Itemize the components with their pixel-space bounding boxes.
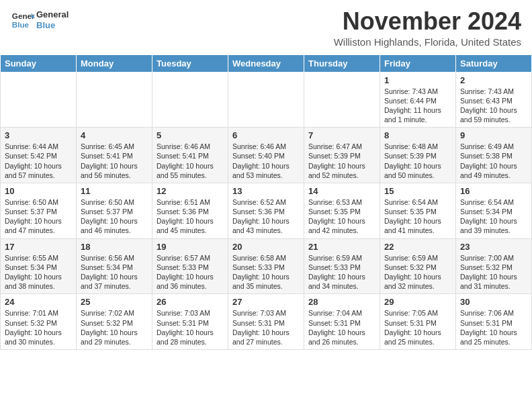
day-detail: Sunrise: 6:51 AM — [157, 197, 224, 207]
day-detail: Sunset: 5:39 PM — [308, 151, 375, 161]
day-number: 14 — [308, 186, 375, 196]
calendar-cell: 2Sunrise: 7:43 AMSunset: 6:43 PMDaylight… — [456, 72, 532, 128]
weekday-header-wednesday: Wednesday — [228, 54, 304, 72]
calendar-cell: 25Sunrise: 7:02 AMSunset: 5:32 PMDayligh… — [77, 294, 152, 350]
day-detail: Sunset: 5:32 PM — [5, 318, 72, 328]
calendar-table: SundayMondayTuesdayWednesdayThursdayFrid… — [0, 54, 532, 350]
calendar-cell: 11Sunrise: 6:50 AMSunset: 5:37 PMDayligh… — [77, 183, 152, 238]
day-detail: Daylight: 10 hours and 25 minutes. — [460, 328, 527, 347]
calendar-cell: 24Sunrise: 7:01 AMSunset: 5:32 PMDayligh… — [1, 294, 77, 350]
day-detail: Daylight: 10 hours and 57 minutes. — [5, 161, 72, 180]
day-number: 20 — [232, 242, 300, 252]
day-detail: Sunset: 5:33 PM — [232, 263, 300, 272]
calendar-cell: 19Sunrise: 6:57 AMSunset: 5:33 PMDayligh… — [152, 238, 228, 294]
day-detail: Sunrise: 7:02 AM — [81, 308, 148, 318]
logo-general: General — [36, 9, 69, 20]
calendar-cell: 14Sunrise: 6:53 AMSunset: 5:35 PMDayligh… — [304, 183, 380, 238]
day-detail: Daylight: 10 hours and 42 minutes. — [308, 216, 375, 235]
day-number: 8 — [384, 130, 451, 140]
day-detail: Daylight: 10 hours and 31 minutes. — [460, 272, 527, 291]
day-number: 23 — [460, 242, 527, 252]
day-detail: Sunrise: 6:56 AM — [81, 253, 148, 263]
day-detail: Sunrise: 7:06 AM — [460, 308, 527, 318]
day-number: 12 — [157, 186, 224, 196]
day-detail: Sunset: 5:31 PM — [308, 318, 375, 328]
day-detail: Daylight: 10 hours and 25 minutes. — [384, 328, 451, 347]
calendar-cell: 15Sunrise: 6:54 AMSunset: 5:35 PMDayligh… — [380, 183, 456, 238]
day-detail: Sunrise: 6:48 AM — [384, 142, 451, 151]
day-detail: Daylight: 10 hours and 47 minutes. — [5, 216, 72, 235]
day-number: 13 — [232, 186, 300, 196]
calendar-cell: 18Sunrise: 6:56 AMSunset: 5:34 PMDayligh… — [77, 238, 152, 294]
day-number: 19 — [157, 242, 224, 252]
day-detail: Daylight: 10 hours and 46 minutes. — [81, 216, 148, 235]
calendar-cell — [228, 72, 304, 128]
calendar-cell: 5Sunrise: 6:46 AMSunset: 5:41 PMDaylight… — [152, 128, 228, 183]
calendar-cell: 8Sunrise: 6:48 AMSunset: 5:39 PMDaylight… — [380, 128, 456, 183]
day-detail: Sunset: 5:32 PM — [460, 263, 527, 272]
location-title: Williston Highlands, Florida, United Sta… — [334, 36, 521, 48]
logo-blue: Blue — [36, 20, 69, 31]
day-detail: Daylight: 10 hours and 56 minutes. — [81, 161, 148, 180]
day-detail: Daylight: 10 hours and 45 minutes. — [157, 216, 224, 235]
day-detail: Daylight: 10 hours and 26 minutes. — [308, 328, 375, 347]
day-detail: Daylight: 10 hours and 53 minutes. — [232, 161, 300, 180]
day-detail: Sunset: 5:31 PM — [460, 318, 527, 328]
day-number: 18 — [81, 242, 148, 252]
day-detail: Sunrise: 6:47 AM — [308, 142, 375, 151]
day-detail: Sunrise: 7:43 AM — [460, 87, 527, 96]
calendar-cell: 30Sunrise: 7:06 AMSunset: 5:31 PMDayligh… — [456, 294, 532, 350]
calendar-cell: 28Sunrise: 7:04 AMSunset: 5:31 PMDayligh… — [304, 294, 380, 350]
calendar-cell: 12Sunrise: 6:51 AMSunset: 5:36 PMDayligh… — [152, 183, 228, 238]
day-number: 22 — [384, 242, 451, 252]
calendar-cell: 20Sunrise: 6:58 AMSunset: 5:33 PMDayligh… — [228, 238, 304, 294]
weekday-header-sunday: Sunday — [1, 54, 77, 72]
day-detail: Daylight: 10 hours and 52 minutes. — [308, 161, 375, 180]
calendar-cell: 9Sunrise: 6:49 AMSunset: 5:38 PMDaylight… — [456, 128, 532, 183]
day-number: 16 — [460, 186, 527, 196]
day-detail: Daylight: 10 hours and 29 minutes. — [81, 328, 148, 347]
day-detail: Daylight: 11 hours and 1 minute. — [384, 105, 451, 124]
day-detail: Daylight: 10 hours and 32 minutes. — [384, 272, 451, 291]
day-detail: Sunrise: 6:54 AM — [460, 197, 527, 207]
calendar-week-row: 17Sunrise: 6:55 AMSunset: 5:34 PMDayligh… — [1, 238, 532, 294]
day-detail: Sunrise: 6:59 AM — [308, 253, 375, 263]
calendar-cell: 7Sunrise: 6:47 AMSunset: 5:39 PMDaylight… — [304, 128, 380, 183]
day-detail: Sunrise: 7:01 AM — [5, 308, 72, 318]
calendar-cell: 22Sunrise: 6:59 AMSunset: 5:32 PMDayligh… — [380, 238, 456, 294]
day-detail: Daylight: 10 hours and 39 minutes. — [460, 216, 527, 235]
day-detail: Sunset: 5:31 PM — [384, 318, 451, 328]
day-number: 21 — [308, 242, 375, 252]
day-detail: Daylight: 10 hours and 49 minutes. — [460, 161, 527, 180]
svg-text:Blue: Blue — [12, 20, 30, 29]
day-detail: Sunset: 5:31 PM — [157, 318, 224, 328]
calendar-cell — [152, 72, 228, 128]
day-number: 11 — [81, 186, 148, 196]
calendar-cell: 13Sunrise: 6:52 AMSunset: 5:36 PMDayligh… — [228, 183, 304, 238]
day-detail: Sunset: 5:34 PM — [81, 263, 148, 272]
day-detail: Sunrise: 6:54 AM — [384, 197, 451, 207]
calendar-week-row: 24Sunrise: 7:01 AMSunset: 5:32 PMDayligh… — [1, 294, 532, 350]
day-detail: Sunset: 5:32 PM — [81, 318, 148, 328]
day-detail: Sunrise: 6:45 AM — [81, 142, 148, 151]
calendar-cell: 17Sunrise: 6:55 AMSunset: 5:34 PMDayligh… — [1, 238, 77, 294]
calendar-cell: 29Sunrise: 7:05 AMSunset: 5:31 PMDayligh… — [380, 294, 456, 350]
day-detail: Sunset: 5:42 PM — [5, 151, 72, 161]
day-detail: Sunset: 5:41 PM — [81, 151, 148, 161]
day-detail: Daylight: 10 hours and 50 minutes. — [384, 161, 451, 180]
calendar-cell: 1Sunrise: 7:43 AMSunset: 6:44 PMDaylight… — [380, 72, 456, 128]
day-number: 5 — [157, 130, 224, 140]
day-detail: Sunrise: 6:57 AM — [157, 253, 224, 263]
weekday-header-saturday: Saturday — [456, 54, 532, 72]
day-number: 6 — [232, 130, 300, 140]
day-number: 24 — [5, 297, 72, 307]
calendar-cell: 4Sunrise: 6:45 AMSunset: 5:41 PMDaylight… — [77, 128, 152, 183]
day-detail: Daylight: 10 hours and 28 minutes. — [157, 328, 224, 347]
day-number: 28 — [308, 297, 375, 307]
day-detail: Sunrise: 7:05 AM — [384, 308, 451, 318]
day-number: 26 — [157, 297, 224, 307]
day-detail: Sunrise: 6:53 AM — [308, 197, 375, 207]
day-detail: Sunrise: 7:04 AM — [308, 308, 375, 318]
calendar-cell: 26Sunrise: 7:03 AMSunset: 5:31 PMDayligh… — [152, 294, 228, 350]
day-number: 17 — [5, 242, 72, 252]
